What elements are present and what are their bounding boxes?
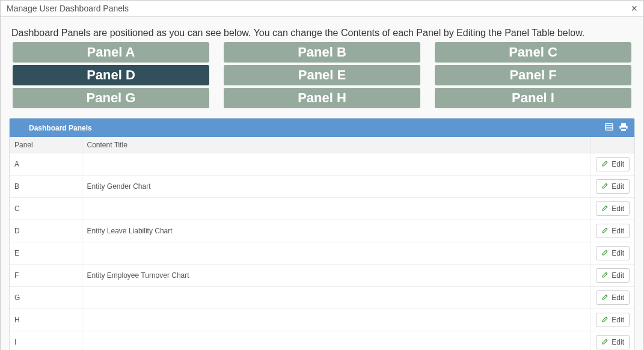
panel-position-grid: Panel APanel BPanel CPanel DPanel EPanel… bbox=[9, 42, 635, 109]
print-icon[interactable] bbox=[619, 122, 628, 134]
cell-panel: G bbox=[10, 287, 82, 309]
cell-actions: Edit bbox=[591, 242, 634, 265]
col-content-title: Content Title bbox=[82, 137, 591, 153]
edit-label: Edit bbox=[612, 160, 624, 168]
edit-icon bbox=[601, 293, 609, 302]
edit-icon bbox=[601, 271, 609, 280]
edit-label: Edit bbox=[612, 204, 624, 213]
list-icon[interactable] bbox=[604, 122, 614, 134]
edit-label: Edit bbox=[612, 271, 624, 280]
panel-row: Panel DPanel EPanel F bbox=[13, 65, 631, 87]
panels-table: Panel Content Title AEditBEntity Gender … bbox=[10, 137, 634, 350]
cell-actions: Edit bbox=[591, 331, 634, 351]
cell-content-title: Entity Employee Turnover Chart bbox=[82, 265, 591, 287]
edit-button[interactable]: Edit bbox=[596, 290, 630, 305]
panel-row: Panel APanel BPanel C bbox=[13, 42, 631, 64]
col-panel: Panel bbox=[10, 137, 82, 153]
cell-content-title bbox=[82, 198, 591, 220]
cell-actions: Edit bbox=[591, 153, 634, 176]
col-actions bbox=[591, 137, 634, 153]
table-row: HEdit bbox=[10, 309, 634, 331]
panel-tile-panel-c[interactable]: Panel C bbox=[435, 42, 631, 63]
edit-button[interactable]: Edit bbox=[596, 313, 630, 327]
cell-panel: H bbox=[10, 309, 82, 331]
cell-content-title: Entity Gender Chart bbox=[82, 176, 591, 198]
table-row: FEntity Employee Turnover ChartEdit bbox=[10, 265, 634, 287]
cell-content-title bbox=[82, 153, 591, 176]
edit-label: Edit bbox=[612, 316, 624, 324]
table-row: AEdit bbox=[10, 153, 634, 176]
edit-label: Edit bbox=[612, 293, 624, 302]
cell-content-title bbox=[82, 309, 591, 331]
edit-icon bbox=[601, 337, 609, 347]
table-row: BEntity Gender ChartEdit bbox=[10, 176, 634, 198]
edit-icon bbox=[601, 315, 609, 325]
modal-title: Manage User Dashboard Panels bbox=[7, 4, 129, 13]
card-title: Dashboard Panels bbox=[29, 124, 92, 132]
edit-label: Edit bbox=[612, 338, 624, 346]
panel-tile-panel-g[interactable]: Panel G bbox=[13, 88, 209, 108]
cell-actions: Edit bbox=[591, 220, 634, 242]
cell-panel: F bbox=[10, 265, 82, 287]
manage-panels-modal: Manage User Dashboard Panels × Dashboard… bbox=[0, 0, 644, 350]
cell-panel: E bbox=[10, 242, 82, 265]
dashboard-panels-card: Dashboard Panels Panel Content Title bbox=[9, 118, 635, 350]
edit-icon bbox=[601, 159, 609, 169]
edit-button[interactable]: Edit bbox=[596, 179, 630, 194]
cell-actions: Edit bbox=[591, 309, 634, 331]
modal-header: Manage User Dashboard Panels × bbox=[1, 1, 643, 17]
edit-button[interactable]: Edit bbox=[596, 157, 630, 171]
cell-content-title bbox=[82, 331, 591, 351]
edit-button[interactable]: Edit bbox=[596, 246, 630, 260]
table-row: CEdit bbox=[10, 198, 634, 220]
cell-actions: Edit bbox=[591, 287, 634, 309]
panel-row: Panel GPanel HPanel I bbox=[13, 88, 631, 109]
cell-actions: Edit bbox=[591, 265, 634, 287]
cell-panel: B bbox=[10, 176, 82, 198]
close-icon[interactable]: × bbox=[631, 3, 637, 14]
panel-tile-panel-i[interactable]: Panel I bbox=[435, 88, 631, 108]
intro-text: Dashboard Panels are positioned as you c… bbox=[11, 28, 635, 38]
cell-actions: Edit bbox=[591, 176, 634, 198]
cell-content-title: Entity Leave Liability Chart bbox=[82, 220, 591, 242]
edit-label: Edit bbox=[612, 249, 624, 257]
card-header-actions bbox=[604, 122, 628, 134]
cell-content-title bbox=[82, 287, 591, 309]
cell-panel: C bbox=[10, 198, 82, 220]
panel-tile-panel-h[interactable]: Panel H bbox=[224, 88, 420, 108]
edit-button[interactable]: Edit bbox=[596, 224, 630, 238]
table-row: IEdit bbox=[10, 331, 634, 351]
cell-panel: A bbox=[10, 153, 82, 176]
edit-button[interactable]: Edit bbox=[596, 335, 630, 349]
edit-icon bbox=[601, 204, 609, 213]
table-row: DEntity Leave Liability ChartEdit bbox=[10, 220, 634, 242]
table-row: GEdit bbox=[10, 287, 634, 309]
cell-content-title bbox=[82, 242, 591, 265]
edit-icon bbox=[601, 182, 609, 191]
edit-button[interactable]: Edit bbox=[596, 201, 630, 216]
cell-actions: Edit bbox=[591, 198, 634, 220]
edit-label: Edit bbox=[612, 182, 624, 191]
panel-tile-panel-d[interactable]: Panel D bbox=[13, 65, 209, 85]
edit-icon bbox=[601, 226, 609, 236]
edit-label: Edit bbox=[612, 227, 624, 235]
panel-tile-panel-b[interactable]: Panel B bbox=[224, 42, 420, 63]
panel-tile-panel-f[interactable]: Panel F bbox=[435, 65, 631, 85]
edit-icon bbox=[601, 248, 609, 258]
panel-tile-panel-e[interactable]: Panel E bbox=[224, 65, 420, 85]
card-header: Dashboard Panels bbox=[10, 118, 634, 137]
modal-body: Dashboard Panels are positioned as you c… bbox=[1, 17, 643, 350]
table-row: EEdit bbox=[10, 242, 634, 265]
cell-panel: I bbox=[10, 331, 82, 351]
edit-button[interactable]: Edit bbox=[596, 268, 630, 283]
panel-tile-panel-a[interactable]: Panel A bbox=[13, 42, 209, 63]
cell-panel: D bbox=[10, 220, 82, 242]
